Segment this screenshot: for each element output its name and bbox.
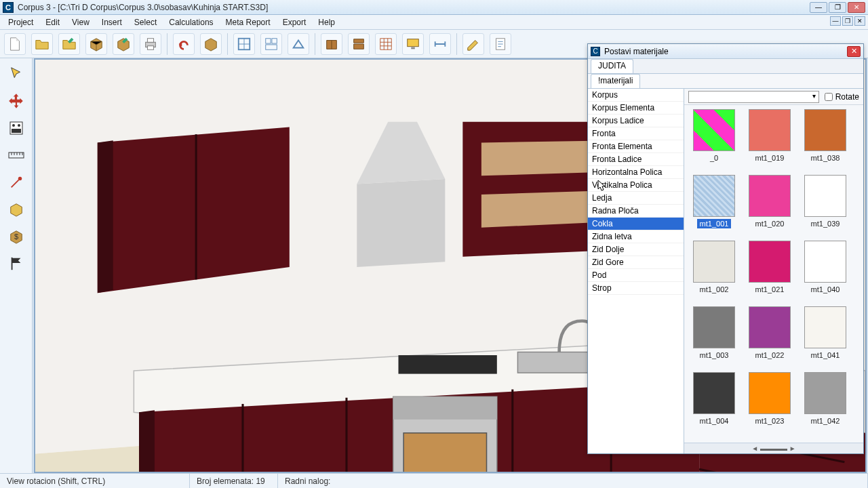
grid-button[interactable] (375, 33, 397, 55)
mdi-close-button[interactable]: ✕ (854, 16, 865, 26)
material-swatch[interactable]: mt1_038 (801, 109, 850, 163)
menu-help[interactable]: Help (313, 16, 340, 28)
window-titlebar: C Corpus 3 - [C:\Tri D Corpus\Corpus 3.0… (0, 0, 868, 15)
measure-tool[interactable] (5, 144, 28, 167)
swatch-hscrollbar[interactable]: ◄ ▬▬▬▬ ► (684, 443, 863, 453)
material-swatch[interactable]: mt1_020 (745, 175, 794, 228)
open-file-button[interactable] (31, 33, 53, 55)
money-tool[interactable]: $ (5, 225, 28, 248)
material-swatch[interactable]: mt1_019 (745, 109, 794, 163)
rotate-checkbox-wrap[interactable]: Rotate (825, 92, 859, 102)
left-toolbar: $ (0, 58, 33, 473)
swatch-label: mt1_038 (808, 153, 843, 163)
rotate-checkbox[interactable] (825, 93, 833, 101)
swatch-label: mt1_001 (697, 219, 732, 228)
package2-button[interactable] (113, 33, 134, 55)
view2-button[interactable] (260, 33, 282, 55)
view3-button[interactable] (288, 33, 309, 55)
category-item[interactable]: Korpus Ladice (588, 115, 684, 127)
svg-marker-28 (98, 127, 290, 293)
material-swatch[interactable]: mt1_004 (690, 372, 738, 426)
swatch-label: mt1_042 (808, 416, 843, 426)
swatch-panel[interactable]: _0mt1_019mt1_038mt1_001mt1_020mt1_039mt1… (684, 105, 863, 443)
swatch-preview (749, 372, 791, 414)
new-file-button[interactable] (4, 33, 26, 55)
category-item[interactable]: Ledja (588, 192, 684, 205)
category-item[interactable]: Radna Ploča (588, 205, 684, 218)
menu-calculations[interactable]: Calculations (163, 16, 218, 28)
material-swatch[interactable]: mt1_039 (801, 175, 850, 228)
flag-tool[interactable] (5, 252, 28, 275)
material-swatch[interactable]: mt1_001 (690, 175, 738, 228)
material-swatch[interactable]: _0 (690, 109, 738, 163)
monitor-button[interactable] (402, 33, 424, 55)
category-item[interactable]: Fronta Ladice (588, 153, 684, 166)
brush-tool[interactable] (5, 171, 28, 194)
material-swatch[interactable]: mt1_040 (801, 241, 850, 294)
category-item[interactable]: Fronta Elementa (588, 140, 684, 153)
material-swatch[interactable]: mt1_021 (745, 241, 794, 294)
materials-dialog[interactable]: C Postavi materijale ✕ JUDITA !materijal… (587, 43, 864, 454)
mdi-restore-button[interactable]: ❐ (842, 16, 853, 26)
package-button[interactable] (85, 33, 107, 55)
edit-tool-button[interactable] (462, 33, 484, 55)
menu-project[interactable]: Project (3, 16, 39, 28)
report-button[interactable] (490, 33, 511, 55)
dimension-button[interactable] (429, 33, 451, 55)
swatch-preview (749, 241, 791, 283)
material-filter-combo[interactable] (688, 91, 819, 103)
select-tool[interactable] (5, 62, 28, 85)
mdi-minimize-button[interactable]: — (830, 16, 841, 26)
cabinet2-button[interactable] (348, 33, 370, 55)
stove-tool[interactable] (5, 117, 28, 140)
category-item[interactable]: Zid Gore (588, 256, 684, 269)
material-swatch[interactable]: mt1_041 (801, 306, 850, 360)
category-item[interactable]: Horizontalna Polica (588, 166, 684, 179)
category-item[interactable]: Korpus Elementa (588, 102, 684, 115)
swatch-label: mt1_040 (808, 285, 843, 294)
material-swatch[interactable]: mt1_003 (690, 306, 738, 360)
status-left: View rotacion (Shift, CTRL) (0, 474, 190, 488)
menu-metareport[interactable]: Meta Report (220, 16, 276, 28)
category-item[interactable]: Strop (588, 282, 684, 295)
dialog-tab-judita[interactable]: JUDITA (591, 59, 633, 73)
svg-rect-46 (393, 396, 497, 420)
material-swatch[interactable]: mt1_023 (745, 372, 794, 426)
category-item[interactable]: Zid Dolje (588, 243, 684, 256)
move-tool[interactable] (5, 89, 28, 113)
save-file-button[interactable] (58, 33, 80, 55)
menu-view[interactable]: View (66, 16, 95, 28)
cube-tool[interactable] (5, 198, 28, 221)
cabinet1-button[interactable] (321, 33, 342, 55)
category-list[interactable]: KorpusKorpus ElementaKorpus LadiceFronta… (588, 89, 684, 453)
category-item[interactable]: Pod (588, 269, 684, 282)
category-item[interactable]: Korpus (588, 89, 684, 102)
svg-point-12 (18, 124, 20, 127)
category-item[interactable]: Cokla (588, 218, 684, 230)
window-maximize-button[interactable]: ❐ (829, 2, 846, 13)
dialog-titlebar[interactable]: C Postavi materijale ✕ (588, 44, 863, 59)
material-swatch[interactable]: mt1_022 (745, 306, 794, 360)
menu-edit[interactable]: Edit (40, 16, 65, 28)
swatch-preview (804, 306, 846, 348)
svg-rect-5 (272, 38, 277, 43)
menu-export[interactable]: Export (277, 16, 312, 28)
svg-rect-1 (147, 38, 153, 42)
svg-rect-13 (12, 129, 21, 133)
menu-select[interactable]: Select (129, 16, 162, 28)
print-button[interactable] (140, 33, 161, 55)
box-tool-button[interactable] (200, 33, 222, 55)
status-order: Radni nalog: (278, 474, 868, 488)
material-swatch[interactable]: mt1_002 (690, 241, 738, 294)
view1-button[interactable] (233, 33, 255, 55)
window-minimize-button[interactable]: — (810, 2, 827, 13)
window-close-button[interactable]: ✕ (848, 2, 865, 13)
undo-button[interactable] (173, 33, 195, 55)
dialog-close-button[interactable]: ✕ (847, 46, 861, 57)
dialog-tab-materijali[interactable]: !materijali (591, 74, 640, 88)
menu-insert[interactable]: Insert (96, 16, 127, 28)
material-swatch[interactable]: mt1_042 (801, 372, 850, 426)
swatch-label: mt1_021 (753, 285, 787, 294)
category-item[interactable]: Zidna letva (588, 230, 684, 243)
category-item[interactable]: Fronta (588, 127, 684, 140)
